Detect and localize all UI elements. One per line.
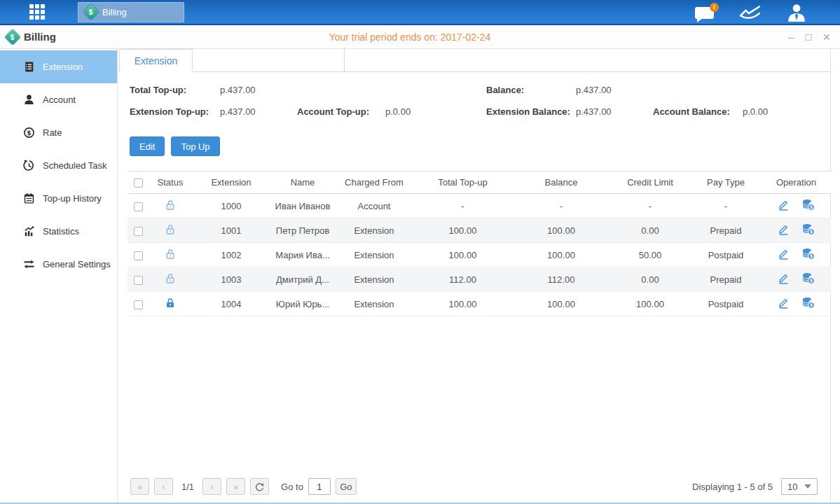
- sidebar-item-top-up-history[interactable]: Top-up History: [0, 182, 117, 215]
- sidebar-item-label: Statistics: [43, 226, 79, 237]
- status-lock-icon[interactable]: [165, 224, 176, 237]
- extension-table-wrap: Status Extension Name Charged From Total…: [128, 171, 830, 316]
- extension-table: Status Extension Name Charged From Total…: [128, 171, 831, 316]
- cell-charged-from: Extension: [335, 243, 413, 267]
- sidebar-item-scheduled-task[interactable]: Scheduled Task: [0, 149, 117, 182]
- line-chart-icon: [739, 4, 762, 21]
- cell-total-top-up: 100.00: [413, 218, 512, 243]
- sidebar-item-general-settings[interactable]: General Settings: [0, 248, 117, 281]
- total-top-up-label: Total Top-up:: [130, 85, 186, 95]
- sidebar-item-label: Rate: [43, 127, 62, 138]
- cell-name: Иван Иванов: [270, 194, 335, 218]
- col-total-top-up: Total Top-up: [413, 172, 512, 194]
- tab-extension[interactable]: Extension: [119, 49, 193, 72]
- cell-pay-type: Postpaid: [690, 243, 762, 267]
- sliders-icon: [23, 258, 35, 270]
- cell-name: Юрий Юрь...: [270, 292, 335, 316]
- cell-name: Дмитрий Д...: [270, 267, 335, 292]
- top-up-icon[interactable]: $: [801, 297, 815, 311]
- top-up-icon[interactable]: $: [801, 272, 815, 286]
- pagination-controls: « ‹ 1/1 › » Go to Go: [130, 478, 357, 495]
- go-button[interactable]: Go: [336, 478, 357, 495]
- status-lock-icon[interactable]: [165, 248, 176, 262]
- resource-monitor-button[interactable]: [739, 4, 762, 21]
- status-lock-icon[interactable]: [165, 298, 176, 311]
- edit-button[interactable]: Edit: [130, 136, 165, 156]
- top-up-icon[interactable]: $: [801, 248, 815, 262]
- edit-icon[interactable]: [778, 248, 790, 262]
- edit-icon[interactable]: [778, 297, 790, 311]
- displaying-text: Displaying 1 - 5 of 5: [692, 482, 773, 492]
- edit-icon[interactable]: [778, 272, 790, 286]
- notification-badge: !: [710, 3, 719, 12]
- cell-balance: 100.00: [512, 243, 610, 267]
- row-checkbox[interactable]: [134, 276, 143, 285]
- refresh-button[interactable]: [250, 478, 269, 495]
- tab-bar: Extension: [118, 49, 830, 72]
- notifications-button[interactable]: !: [695, 7, 714, 19]
- cell-credit-limit: -: [610, 194, 690, 218]
- col-pay-type: Pay Type: [690, 172, 762, 194]
- svg-text:$: $: [810, 253, 813, 259]
- total-top-up-value: p.437.00: [220, 85, 256, 95]
- cell-pay-type: Prepaid: [690, 267, 762, 292]
- sidebar-item-label: Extension: [43, 62, 83, 72]
- close-button[interactable]: ×: [822, 31, 830, 43]
- statistics-chart-icon: [23, 225, 35, 237]
- col-balance: Balance: [512, 172, 610, 194]
- sidebar-item-account[interactable]: Account: [0, 83, 117, 116]
- cell-pay-type: Prepaid: [690, 218, 762, 243]
- cell-credit-limit: 100.00: [610, 292, 690, 316]
- prev-page-button[interactable]: ‹: [154, 478, 173, 495]
- user-account-button[interactable]: [787, 4, 806, 22]
- next-page-button[interactable]: ›: [202, 478, 221, 495]
- first-page-button[interactable]: «: [130, 478, 149, 495]
- cell-pay-type: Postpaid: [690, 292, 762, 316]
- maximize-button[interactable]: □: [805, 31, 811, 42]
- sidebar-item-label: Scheduled Task: [43, 160, 107, 171]
- cell-total-top-up: 100.00: [413, 292, 512, 316]
- goto-label: Go to: [281, 482, 303, 492]
- minimize-button[interactable]: –: [788, 31, 794, 42]
- cell-extension: 1003: [192, 267, 270, 292]
- apps-grid-icon: [29, 4, 45, 20]
- apps-menu-button[interactable]: [23, 1, 51, 23]
- col-extension: Extension: [192, 172, 270, 194]
- top-up-icon[interactable]: $: [801, 223, 815, 237]
- svg-text:$: $: [810, 229, 813, 234]
- select-all-checkbox[interactable]: [134, 178, 143, 188]
- row-checkbox[interactable]: [134, 300, 143, 309]
- cell-total-top-up: 112.00: [413, 267, 512, 292]
- top-up-button[interactable]: Top Up: [171, 136, 219, 156]
- balance-value: p.437.00: [576, 85, 612, 95]
- history-clock-icon: [23, 160, 35, 172]
- svg-text:$: $: [810, 278, 813, 284]
- table-row: 1003 Дмитрий Д... Extension 112.00 112.0…: [128, 267, 831, 292]
- extension-balance-value: p.437.00: [576, 106, 612, 117]
- status-lock-icon[interactable]: [165, 273, 176, 286]
- cell-credit-limit: 0.00: [610, 218, 690, 243]
- taskbar-tab-billing[interactable]: $ Billing: [78, 2, 184, 22]
- last-page-button[interactable]: »: [226, 478, 245, 495]
- row-checkbox[interactable]: [134, 202, 143, 211]
- row-checkbox[interactable]: [134, 227, 143, 236]
- sidebar-item-statistics[interactable]: Statistics: [0, 215, 117, 248]
- person-icon: [23, 94, 35, 106]
- billing-title-icon: $: [5, 29, 21, 45]
- top-up-icon[interactable]: $: [801, 199, 815, 213]
- window-title: $ Billing: [7, 31, 56, 43]
- edit-icon[interactable]: [778, 223, 790, 237]
- sidebar-item-extension[interactable]: Extension: [0, 50, 117, 83]
- row-checkbox[interactable]: [134, 251, 143, 260]
- sidebar-item-rate[interactable]: $ Rate: [0, 116, 117, 149]
- edit-icon[interactable]: [778, 199, 790, 213]
- window-title-bar: $ Billing Your trial period ends on: 201…: [0, 25, 840, 49]
- dollar-circle-icon: $: [23, 127, 35, 139]
- refresh-icon: [254, 482, 265, 492]
- col-credit-limit: Credit Limit: [610, 172, 690, 194]
- sidebar: Extension Account $ Rate: [0, 49, 118, 503]
- goto-page-input[interactable]: [308, 478, 331, 495]
- page-size-select[interactable]: 10: [781, 478, 818, 495]
- window-controls: – □ ×: [788, 31, 830, 43]
- status-lock-icon[interactable]: [165, 200, 176, 213]
